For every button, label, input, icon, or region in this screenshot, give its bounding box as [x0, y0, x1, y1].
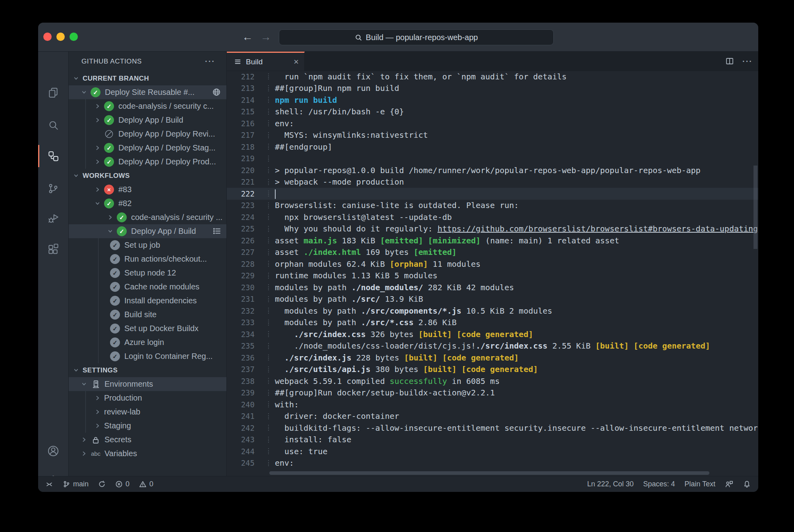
- tree-item-set-up-job[interactable]: ✓Set up job: [69, 238, 226, 252]
- line-number: 230: [227, 283, 255, 292]
- minimize-window-button[interactable]: [56, 33, 65, 41]
- remote-icon: [45, 480, 53, 488]
- log-line-239: 239##[group]Run docker/setup-buildx-acti…: [227, 387, 758, 399]
- log-line-236: 236 ./src/index.js 228 bytes [built] [co…: [227, 352, 758, 364]
- log-line-230: 230modules by path ./node_modules/ 282 K…: [227, 281, 758, 293]
- activity-source-control-button[interactable]: [38, 177, 68, 200]
- log-link[interactable]: https://github.com/browserslist/browsers…: [437, 224, 758, 233]
- step-check-icon: ✓: [110, 351, 120, 361]
- error-icon: [115, 480, 123, 488]
- status-remote[interactable]: [45, 476, 53, 492]
- tree-item-environments[interactable]: Environments: [69, 377, 226, 391]
- status-ln-222-col-30[interactable]: Ln 222, Col 30: [587, 476, 634, 492]
- log-line-245: 245env:: [227, 457, 758, 469]
- status-feedback[interactable]: [725, 476, 733, 492]
- tree-item-variables[interactable]: abcVariables: [69, 447, 226, 461]
- log-line-219: 219: [227, 153, 758, 165]
- tree-item-deploy-app-build[interactable]: ✓Deploy App / Build: [69, 224, 226, 238]
- status-plain-text[interactable]: Plain Text: [684, 476, 715, 492]
- lock-icon: [91, 436, 101, 444]
- step-check-icon: ✓: [110, 324, 120, 333]
- chevron-down-icon: [81, 381, 87, 387]
- tree-item-set-up-docker-buildx[interactable]: ✓Set up Docker Buildx: [69, 322, 226, 335]
- vertical-scrollbar[interactable]: [753, 166, 757, 249]
- tree-item-label: #82: [118, 199, 131, 208]
- status-sync[interactable]: [98, 476, 106, 492]
- tree-item-deploy-site-reusable-#-[interactable]: ✓Deploy Site Reusable #...: [69, 85, 226, 99]
- activity-extensions-button[interactable]: [38, 237, 68, 260]
- tree-item-deploy-app-deploy-stag-[interactable]: ✓Deploy App / Deploy Stag...: [69, 141, 226, 155]
- activity-github-actions-button[interactable]: [38, 145, 68, 168]
- timestamp-fold-mark: [268, 308, 270, 314]
- log-line-233: 233 modules by path ./src/*.css 2.86 KiB: [227, 317, 758, 329]
- tree-item-label: Deploy App / Deploy Prod...: [118, 157, 216, 166]
- section-current-branch[interactable]: CURRENT BRANCH: [69, 71, 226, 85]
- more-actions-icon[interactable]: ···: [205, 57, 215, 66]
- tree-item-install-dependencies[interactable]: ✓Install dependencies: [69, 294, 226, 308]
- tree-item-login-to-container-reg-[interactable]: ✓Login to Container Reg...: [69, 349, 226, 363]
- tree-item-#82[interactable]: ✓#82: [69, 197, 226, 210]
- tree-item-deploy-app-deploy-prod-[interactable]: ✓Deploy App / Deploy Prod...: [69, 155, 226, 169]
- tree-item-cache-node-modules[interactable]: ✓Cache node modules: [69, 280, 226, 294]
- tree-item-run-actions-checkout-[interactable]: ✓Run actions/checkout...: [69, 252, 226, 266]
- close-tab-icon[interactable]: ×: [294, 58, 299, 66]
- success-check-icon: ✓: [104, 115, 114, 125]
- section-settings[interactable]: SETTINGS: [69, 363, 226, 377]
- tree-item-azure-login[interactable]: ✓Azure login: [69, 335, 226, 349]
- log-line-217: 217 MSYS: winsymlinks:nativestrict: [227, 129, 758, 141]
- maximize-window-button[interactable]: [70, 33, 78, 41]
- line-number: 212: [227, 72, 255, 81]
- status-bell[interactable]: [743, 476, 751, 492]
- split-editor-icon[interactable]: [725, 56, 734, 66]
- section-workflows[interactable]: WORKFLOWS: [69, 169, 226, 183]
- tree-item-label: code-analysis / security ...: [131, 213, 222, 222]
- indent-guide: [98, 238, 99, 363]
- tree-item-build-site[interactable]: ✓Build site: [69, 308, 226, 322]
- horizontal-scrollbar[interactable]: [269, 471, 709, 475]
- tree-item-deploy-app-deploy-revi-[interactable]: Deploy App / Deploy Revi...: [69, 127, 226, 141]
- tree-item-#83[interactable]: ×#83: [69, 183, 226, 197]
- tab-build[interactable]: Build ×: [227, 52, 305, 71]
- list-icon[interactable]: [212, 227, 221, 235]
- more-actions-icon[interactable]: ···: [742, 57, 753, 66]
- tree-item-setup-node-12[interactable]: ✓Setup node 12: [69, 266, 226, 280]
- line-number: 227: [227, 248, 255, 256]
- tree-item-staging[interactable]: Staging: [69, 419, 226, 433]
- activity-account-button[interactable]: [38, 439, 68, 463]
- timestamp-fold-mark: [268, 448, 270, 454]
- timestamp-fold-mark: [268, 460, 270, 466]
- chevron-right-icon: [94, 409, 100, 415]
- line-number: 217: [227, 131, 255, 139]
- timestamp-fold-mark: [268, 355, 270, 360]
- log-line-215: 215shell: /usr/bin/bash -e {0}: [227, 106, 758, 118]
- tree-item-review-lab[interactable]: review-lab: [69, 405, 226, 419]
- timestamp-fold-mark: [268, 401, 270, 407]
- close-window-button[interactable]: [43, 33, 52, 41]
- line-number: 216: [227, 119, 255, 128]
- tree-item-label: Deploy App / Build: [118, 116, 183, 125]
- timestamp-fold-mark: [268, 120, 270, 126]
- line-number: 236: [227, 353, 255, 362]
- activity-explorer-button[interactable]: [38, 81, 68, 104]
- status-error[interactable]: 0: [115, 476, 129, 492]
- timestamp-fold-mark: [268, 132, 270, 138]
- status-spaces-4[interactable]: Spaces: 4: [643, 476, 675, 492]
- tree-item-code-analysis-security-[interactable]: ✓code-analysis / security ...: [69, 210, 226, 224]
- tree-item-deploy-app-build[interactable]: ✓Deploy App / Build: [69, 113, 226, 127]
- status-git-branch[interactable]: main: [63, 476, 89, 492]
- back-arrow-button[interactable]: ←: [241, 30, 254, 44]
- chevron-down-icon: [73, 75, 79, 81]
- activity-search-button[interactable]: [38, 114, 68, 137]
- tree-item-code-analysis-security-c-[interactable]: ✓code-analysis / security c...: [69, 99, 226, 113]
- log-line-242: 242 buildkitd-flags: --allow-insecure-en…: [227, 422, 758, 434]
- command-center-search[interactable]: Build — popular-repos-web-app: [279, 29, 554, 45]
- chevron-right-icon: [81, 437, 87, 443]
- status-warning[interactable]: 0: [139, 476, 153, 492]
- tree-item-production[interactable]: Production: [69, 391, 226, 405]
- forward-arrow-button[interactable]: →: [259, 30, 272, 44]
- globe-icon[interactable]: [212, 88, 221, 96]
- tree-item-secrets[interactable]: Secrets: [69, 433, 226, 447]
- line-number: 219: [227, 154, 255, 163]
- line-number: 213: [227, 84, 255, 93]
- activity-run-debug-button[interactable]: [38, 207, 68, 230]
